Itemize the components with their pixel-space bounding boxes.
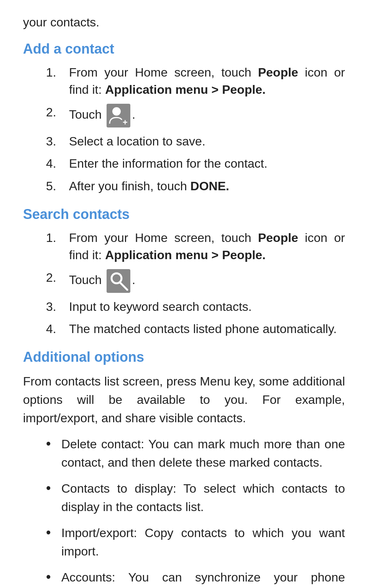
add-contact-step-5: 5. After you finish, touch DONE. xyxy=(46,178,345,195)
add-contact-step-1: 1. From your Home screen, touch People i… xyxy=(46,64,345,98)
additional-options-section: Additional options From contacts list sc… xyxy=(23,349,345,588)
search-step-content-2: Touch . xyxy=(69,269,345,293)
add-contact-steps: 1. From your Home screen, touch People i… xyxy=(46,64,345,195)
step-content-2: Touch + . xyxy=(69,104,345,127)
add-contact-icon: + xyxy=(107,104,130,127)
search-contacts-steps: 1. From your Home screen, touch People i… xyxy=(46,229,345,338)
svg-point-1 xyxy=(112,107,121,116)
add-contact-heading: Add a contact xyxy=(23,41,345,57)
additional-options-bullets: • Delete contact: You can mark much more… xyxy=(46,435,345,588)
add-contact-section: Add a contact 1. From your Home screen, … xyxy=(23,41,345,195)
search-step-content-3: Input to keyword search contacts. xyxy=(69,298,345,315)
step-num-3: 3. xyxy=(46,133,69,150)
search-contacts-section: Search contacts 1. From your Home screen… xyxy=(23,206,345,338)
add-contact-step-2: 2. Touch + . xyxy=(46,104,345,127)
bullet-dot-4: • xyxy=(46,568,58,586)
search-step-content-1: From your Home screen, touch People icon… xyxy=(69,229,345,264)
search-contacts-heading: Search contacts xyxy=(23,206,345,222)
search-step-4: 4. The matched contacts listed phone aut… xyxy=(46,320,345,338)
bullet-item-import: • Import/export: Copy contacts to which … xyxy=(46,524,345,560)
search-step-num-2: 2. xyxy=(46,269,69,286)
search-step-1: 1. From your Home screen, touch People i… xyxy=(46,229,345,264)
step-content-1: From your Home screen, touch People icon… xyxy=(69,64,345,98)
search-step-num-1: 1. xyxy=(46,229,69,247)
intro-text: your contacts. xyxy=(23,15,345,29)
bullet-content-import: Import/export: Copy contacts to which yo… xyxy=(61,524,345,560)
step-num-5: 5. xyxy=(46,178,69,195)
search-icon xyxy=(107,269,130,293)
bullet-dot-1: • xyxy=(46,435,58,453)
search-step-num-4: 4. xyxy=(46,320,69,338)
step-num-2: 2. xyxy=(46,104,69,121)
search-step-content-4: The matched contacts listed phone automa… xyxy=(69,320,345,338)
bullet-item-accounts: • Accounts: You can synchronize your pho… xyxy=(46,568,345,588)
step-content-4: Enter the information for the contact. xyxy=(69,155,345,172)
additional-options-heading: Additional options xyxy=(23,349,345,365)
search-step-3: 3. Input to keyword search contacts. xyxy=(46,298,345,315)
step-num-4: 4. xyxy=(46,155,69,172)
add-contact-step-3: 3. Select a location to save. xyxy=(46,133,345,150)
search-step-2: 2. Touch . xyxy=(46,269,345,293)
bullet-content-accounts: Accounts: You can synchronize your phone… xyxy=(61,568,345,588)
bullet-item-delete: • Delete contact: You can mark much more… xyxy=(46,435,345,472)
bullet-content-delete: Delete contact: You can mark much more t… xyxy=(61,435,345,472)
bullet-content-display: Contacts to display: To select which con… xyxy=(61,479,345,516)
step-content-5: After you finish, touch DONE. xyxy=(69,178,345,195)
svg-text:+: + xyxy=(123,118,128,127)
bullet-dot-3: • xyxy=(46,524,58,542)
step-num-1: 1. xyxy=(46,64,69,81)
add-contact-step-4: 4. Enter the information for the contact… xyxy=(46,155,345,172)
bullet-item-display: • Contacts to display: To select which c… xyxy=(46,479,345,516)
step-content-3: Select a location to save. xyxy=(69,133,345,150)
bullet-dot-2: • xyxy=(46,479,58,497)
search-step-num-3: 3. xyxy=(46,298,69,315)
additional-options-intro: From contacts list screen, press Menu ke… xyxy=(23,372,345,427)
